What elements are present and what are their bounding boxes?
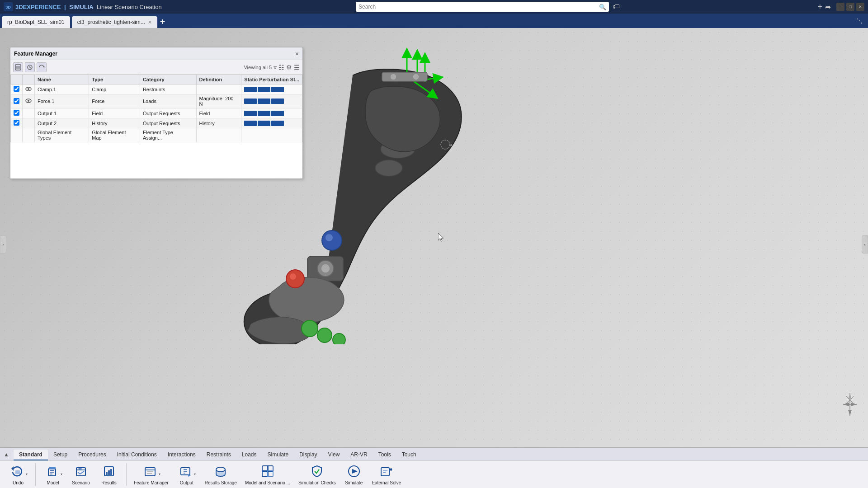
fm-viewing-text: Viewing all 5 (244, 65, 272, 70)
close-button[interactable]: ✕ (856, 3, 864, 11)
svg-rect-22 (382, 72, 427, 81)
row-checkbox[interactable] (14, 98, 19, 104)
row-visibility-cell[interactable] (23, 94, 35, 108)
row-visibility-cell[interactable] (23, 128, 35, 142)
svg-point-53 (28, 100, 29, 102)
toolbar-item-model[interactable]: ▾Model (40, 462, 66, 487)
row-perturbation-bar (241, 118, 302, 128)
toolbar-item-label-scenario: Scenario (72, 480, 90, 486)
svg-point-76 (216, 472, 225, 476)
toolbar-item-simulation-checks[interactable]: Simulation Checks (296, 462, 339, 487)
maximize-button[interactable]: □ (846, 3, 854, 11)
toolbar-item-feature-manager[interactable]: ▾Feature Manager (131, 462, 171, 487)
row-checkbox[interactable] (14, 110, 19, 116)
toolbar-item-scenario[interactable]: Scenario (68, 462, 94, 487)
search-bar[interactable]: 🔍 (356, 2, 609, 12)
row-visibility-cell[interactable] (23, 84, 35, 94)
tab-add-button[interactable]: + (160, 17, 165, 28)
col-header-static[interactable]: Static Perturbation St... (241, 75, 302, 84)
row-checkbox[interactable] (14, 86, 19, 92)
toolbar-item-label-feature-manager: Feature Manager (134, 480, 169, 486)
svg-rect-57 (49, 467, 56, 469)
svg-marker-82 (352, 469, 358, 474)
minimize-button[interactable]: – (836, 3, 844, 11)
toolbar-tab-procedures[interactable]: Procedures (73, 450, 111, 460)
row-category: Output Requests (140, 108, 196, 118)
fm-layout-icon[interactable]: ☰ (294, 64, 300, 71)
row-perturbation-bar (241, 84, 302, 94)
add-button[interactable]: + (818, 2, 823, 12)
row-checkbox[interactable] (14, 120, 19, 126)
row-checkbox-cell[interactable] (11, 118, 23, 128)
fm-tool-3[interactable] (37, 62, 47, 72)
search-icon[interactable]: 🔍 (596, 4, 609, 10)
search-input[interactable] (356, 4, 596, 10)
svg-point-20 (317, 328, 332, 343)
toolbar-tab-tools[interactable]: Tools (373, 450, 396, 460)
fm-filter-icon[interactable]: ▿ (274, 64, 277, 71)
share-button[interactable]: ➦ (825, 3, 831, 11)
row-checkbox-cell[interactable] (11, 94, 23, 108)
module-name: Linear Scenario Creation (97, 4, 162, 10)
toolbar-tab-ar-vr[interactable]: AR-VR (345, 450, 373, 460)
sidebar-collapse-button[interactable]: › (0, 235, 6, 253)
row-perturbation-bar (241, 108, 302, 118)
svg-marker-31 (843, 403, 849, 406)
row-visibility-cell[interactable] (23, 118, 35, 128)
toolbar-dropdown-arrow-output[interactable]: ▾ (194, 472, 196, 476)
tab-expand-button[interactable]: ⋱ (856, 17, 863, 24)
tag-icon[interactable]: 🏷 (613, 3, 620, 11)
3d-compass[interactable] (841, 391, 859, 418)
tab-2[interactable]: ct3_prosthetic_tighten-sim... ✕ (72, 16, 157, 28)
toolbar-collapse-button[interactable]: ▲ (4, 451, 9, 458)
fm-tool-1[interactable] (13, 62, 23, 72)
table-row: Force.1ForceLoadsMagnitude: 200 N (11, 94, 302, 108)
row-checkbox-cell[interactable] (11, 128, 23, 142)
fm-tool-2[interactable] (25, 62, 35, 72)
col-header-definition[interactable]: Definition (196, 75, 241, 84)
toolbar-tab-setup[interactable]: Setup (48, 450, 73, 460)
right-expand-button[interactable]: ‹ (862, 235, 868, 253)
row-definition: Field (196, 108, 241, 118)
toolbar-item-output[interactable]: ▾Output (174, 462, 199, 487)
toolbar-item-undo[interactable]: ▾Undo (5, 462, 31, 487)
row-definition (196, 84, 241, 94)
toolbar-dropdown-arrow-undo[interactable]: ▾ (26, 472, 28, 476)
toolbar-tab-restraints[interactable]: Restraints (201, 450, 236, 460)
fm-settings-icon[interactable]: ⚙ (286, 64, 292, 71)
fm-columns-icon[interactable]: ☷ (278, 64, 284, 71)
col-header-category[interactable]: Category (140, 75, 196, 84)
tab-1[interactable]: rp_BioDapt_SLL_sim01 (2, 16, 70, 28)
toolbar-dropdown-arrow-feature-manager[interactable]: ▾ (159, 472, 160, 476)
titlebar: 3D 3DEXPERIENCE | SIMULIA Linear Scenari… (0, 0, 868, 14)
toolbar-item-results[interactable]: Results (96, 462, 122, 487)
toolbar-tab-initial-conditions[interactable]: Initial Conditions (112, 450, 162, 460)
svg-marker-54 (11, 466, 14, 471)
toolbar-tab-view[interactable]: View (323, 450, 345, 460)
toolbar-tab-loads[interactable]: Loads (236, 450, 262, 460)
toolbar-tab-display[interactable]: Display (294, 450, 322, 460)
toolbar-item-model-and-scenario[interactable]: Model and Scenario ... (242, 462, 293, 487)
feature-manager-close-button[interactable]: × (295, 50, 299, 57)
toolbar-item-external-solve[interactable]: External Solve (369, 462, 404, 487)
col-header-type[interactable]: Type (89, 75, 140, 84)
svg-point-23 (390, 74, 396, 80)
toolbar-tab-simulate[interactable]: Simulate (262, 450, 294, 460)
app-name: 3DEXPERIENCE | SIMULIA Linear Scenario C… (15, 4, 162, 10)
svg-point-16 (326, 234, 333, 241)
toolbar-tab-touch[interactable]: Touch (396, 450, 422, 460)
row-checkbox-cell[interactable] (11, 108, 23, 118)
toolbar-dropdown-arrow-model[interactable]: ▾ (61, 472, 62, 476)
toolbar-item-simulate-btn[interactable]: Simulate (341, 462, 367, 487)
row-visibility-cell[interactable] (23, 108, 35, 118)
feature-manager-titlebar[interactable]: Feature Manager × (10, 47, 302, 60)
tab-2-close[interactable]: ✕ (148, 19, 152, 25)
row-checkbox-cell[interactable] (11, 84, 23, 94)
toolbar-tab-interactions[interactable]: Interactions (162, 450, 201, 460)
toolbar-tab-standard[interactable]: Standard (14, 450, 48, 460)
toolbar-item-results-storage[interactable]: Results Storage (202, 462, 240, 487)
toolbar-item-label-undo: Undo (13, 480, 24, 486)
fm-viewing-info: Viewing all 5 ▿ ☷ ⚙ ☰ (244, 64, 300, 71)
es-icon (378, 463, 395, 479)
col-header-name[interactable]: Name (35, 75, 89, 84)
